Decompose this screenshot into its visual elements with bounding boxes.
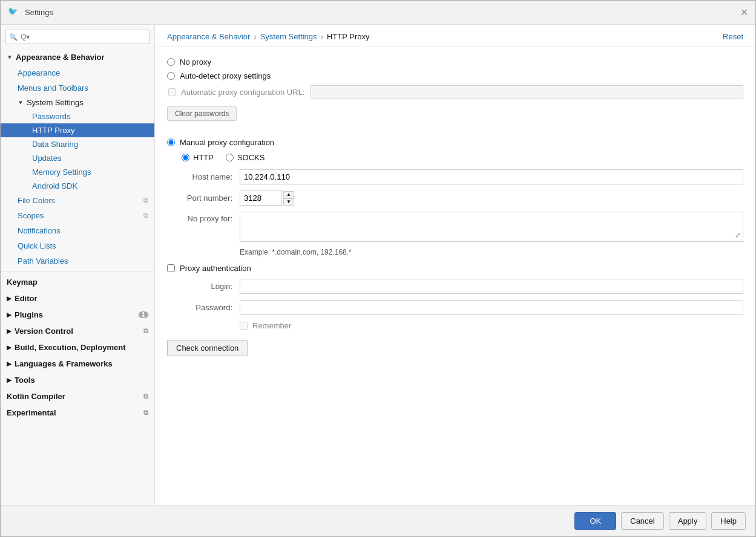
copy-icon-scopes: ⧉	[143, 212, 148, 220]
sidebar-item-plugins[interactable]: ▶ Plugins 1	[1, 307, 154, 323]
socks-radio-label: SOCKS	[237, 153, 265, 162]
port-spinner: ▲ ▼	[283, 191, 294, 206]
sidebar-item-data-sharing[interactable]: Data Sharing	[1, 137, 154, 151]
sidebar-item-appearance-behavior[interactable]: ▼ Appearance & Behavior	[1, 49, 154, 65]
breadcrumb-system[interactable]: System Settings	[260, 32, 317, 41]
breadcrumb-appearance[interactable]: Appearance & Behavior	[167, 32, 250, 41]
auto-proxy-url-input[interactable]	[311, 85, 743, 99]
no-proxy-for-row: No proxy for: ⤢	[167, 212, 743, 242]
no-proxy-for-label: No proxy for:	[167, 212, 240, 223]
apply-button[interactable]: Apply	[669, 512, 707, 530]
login-label: Login:	[167, 282, 240, 291]
reset-button[interactable]: Reset	[723, 32, 743, 41]
remember-row: Remember	[240, 321, 743, 330]
no-proxy-wrapper: ⤢	[240, 212, 743, 242]
sidebar-item-system-settings[interactable]: ▼ System Settings	[1, 96, 154, 109]
login-row: Login:	[167, 279, 743, 294]
search-input[interactable]	[5, 30, 150, 44]
sidebar-item-updates[interactable]: Updates	[1, 151, 154, 165]
manual-proxy-radio[interactable]	[167, 138, 175, 146]
breadcrumb-sep2: ›	[321, 32, 323, 41]
sidebar-item-android-sdk[interactable]: Android SDK	[1, 179, 154, 193]
login-input[interactable]	[240, 279, 743, 294]
port-increment-button[interactable]: ▲	[283, 191, 294, 198]
sidebar-item-build-execution[interactable]: ▶ Build, Execution, Deployment	[1, 339, 154, 356]
close-button[interactable]: ✕	[740, 8, 748, 18]
build-arrow: ▶	[7, 344, 12, 351]
sidebar-item-keymap[interactable]: Keymap	[1, 274, 154, 290]
sidebar-item-menus-toolbars[interactable]: Menus and Toolbars	[1, 80, 154, 96]
sidebar-item-experimental[interactable]: Experimental ⧉	[1, 405, 154, 421]
socks-protocol-option: SOCKS	[226, 153, 265, 162]
sidebar-item-passwords[interactable]: Passwords	[1, 109, 154, 123]
auto-detect-row: Auto-detect proxy settings	[167, 71, 743, 80]
sidebar-item-editor[interactable]: ▶ Editor	[1, 290, 154, 307]
sidebar-group-label: Appearance & Behavior	[16, 53, 105, 62]
sidebar-item-notifications[interactable]: Notifications	[1, 223, 154, 238]
lang-arrow: ▶	[7, 360, 12, 367]
search-icon: 🔍	[9, 33, 18, 41]
port-number-input[interactable]	[240, 190, 282, 206]
help-button[interactable]: Help	[711, 512, 746, 530]
no-proxy-label: No proxy	[180, 57, 211, 67]
editor-arrow: ▶	[7, 295, 12, 302]
proxy-auth-checkbox[interactable]	[167, 264, 175, 272]
content-panel: Appearance & Behavior › System Settings …	[155, 25, 755, 505]
title-bar: 🐦 Settings ✕	[1, 1, 755, 25]
copy-icon-file-colors: ⧉	[143, 197, 148, 204]
sidebar-item-tools[interactable]: ▶ Tools	[1, 372, 154, 388]
socks-radio[interactable]	[226, 154, 234, 161]
sidebar-item-quick-lists[interactable]: Quick Lists	[1, 238, 154, 253]
sidebar-item-scopes[interactable]: Scopes ⧉	[1, 208, 154, 223]
check-connection-button[interactable]: Check connection	[167, 340, 248, 356]
http-protocol-option: HTTP	[182, 153, 214, 162]
app-icon: 🐦	[8, 7, 20, 19]
host-name-input[interactable]	[240, 169, 743, 184]
expand-icon[interactable]: ⤢	[735, 231, 741, 239]
http-radio[interactable]	[182, 154, 189, 161]
sidebar-item-path-variables[interactable]: Path Variables	[1, 253, 154, 268]
remember-label: Remember	[252, 321, 291, 330]
window-title: Settings	[25, 8, 740, 17]
tools-arrow: ▶	[7, 377, 12, 383]
remember-checkbox[interactable]	[240, 322, 248, 330]
plugins-badge: 1	[139, 311, 148, 318]
sidebar-item-kotlin[interactable]: Kotlin Compiler ⧉	[1, 388, 154, 405]
sidebar-item-languages[interactable]: ▶ Languages & Frameworks	[1, 356, 154, 372]
no-proxy-for-input[interactable]	[240, 212, 743, 242]
breadcrumb: Appearance & Behavior › System Settings …	[155, 25, 755, 47]
auto-proxy-url-label: Automatic proxy configuration URL:	[181, 88, 304, 97]
clear-passwords-button[interactable]: Clear passwords	[167, 106, 237, 121]
proxy-auth-label: Proxy authentication	[180, 264, 251, 273]
sidebar-item-version-control[interactable]: ▶ Version Control ⧉	[1, 323, 154, 339]
plugins-arrow: ▶	[7, 311, 12, 318]
form-area: No proxy Auto-detect proxy settings Auto…	[155, 47, 755, 505]
password-row: Password:	[167, 300, 743, 315]
host-name-label: Host name:	[167, 172, 240, 181]
sidebar: 🔍 ▼ Appearance & Behavior Appearance Men…	[1, 25, 155, 505]
auto-proxy-checkbox[interactable]	[168, 88, 176, 96]
vc-copy-icon: ⧉	[143, 327, 148, 335]
sidebar-item-memory-settings[interactable]: Memory Settings	[1, 165, 154, 179]
sidebar-item-http-proxy[interactable]: HTTP Proxy	[1, 123, 154, 137]
experimental-copy-icon: ⧉	[143, 409, 148, 417]
cancel-button[interactable]: Cancel	[621, 512, 663, 530]
port-number-row: Port number: ▲ ▼	[167, 190, 743, 206]
http-radio-label: HTTP	[193, 153, 214, 162]
search-box[interactable]: 🔍	[5, 30, 150, 44]
host-name-row: Host name:	[167, 169, 743, 184]
port-wrapper: ▲ ▼	[240, 190, 294, 206]
manual-proxy-row: Manual proxy configuration	[167, 138, 743, 147]
breadcrumb-sep1: ›	[254, 32, 256, 41]
port-decrement-button[interactable]: ▼	[283, 198, 294, 206]
nav-section-appearance: ▼ Appearance & Behavior Appearance Menus…	[1, 49, 154, 268]
auto-detect-radio[interactable]	[167, 72, 175, 80]
no-proxy-radio[interactable]	[167, 58, 175, 66]
sidebar-item-appearance[interactable]: Appearance	[1, 65, 154, 80]
proxy-auth-row: Proxy authentication	[167, 264, 743, 273]
ok-button[interactable]: OK	[574, 512, 616, 530]
password-input[interactable]	[240, 300, 743, 315]
bottom-bar: OK Cancel Apply Help	[1, 505, 755, 536]
sidebar-item-file-colors[interactable]: File Colors ⧉	[1, 193, 154, 208]
no-proxy-row: No proxy	[167, 57, 743, 67]
